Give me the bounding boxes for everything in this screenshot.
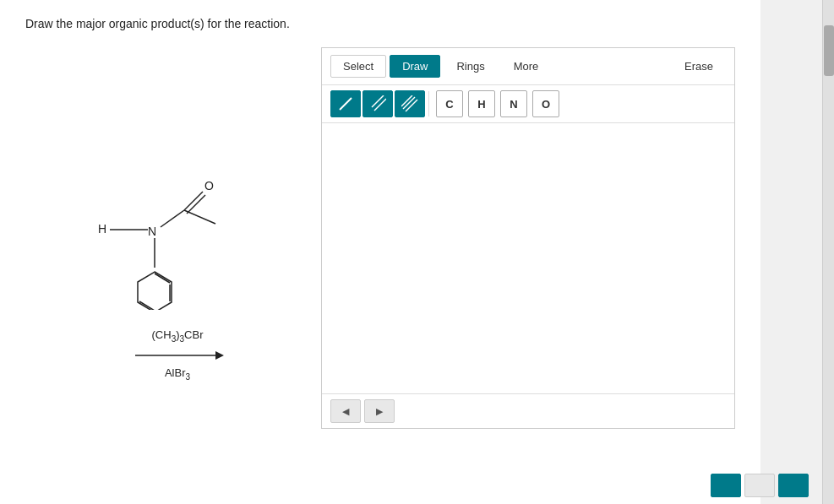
zoom-in-button[interactable] — [711, 474, 741, 497]
scrollbar-thumb[interactable] — [824, 25, 834, 76]
canvas-area[interactable] — [322, 123, 734, 393]
svg-line-10 — [155, 274, 170, 283]
oxygen-button[interactable]: O — [532, 90, 559, 117]
molecule-svg: H N O — [84, 99, 270, 310]
double-bond-button[interactable] — [362, 90, 393, 117]
single-bond-button[interactable] — [330, 90, 361, 117]
svg-line-19 — [406, 100, 417, 111]
drawing-area-wrapper: H N O — [34, 47, 735, 429]
molecule-section: H N O — [34, 47, 321, 385]
double-bond-icon — [369, 95, 386, 112]
undo-button[interactable]: ◀ — [330, 399, 361, 423]
toolbar-bottom: C H N O — [322, 85, 734, 123]
triple-bond-button[interactable] — [395, 90, 425, 117]
svg-marker-14 — [215, 351, 224, 360]
svg-text:N: N — [148, 225, 156, 238]
rings-button[interactable]: Rings — [444, 55, 497, 78]
svg-line-3 — [161, 210, 184, 227]
toolbar-top: Select Draw Rings More Erase — [322, 48, 734, 85]
carbon-button[interactable]: C — [436, 90, 463, 117]
reagent2-label: AlBr3 — [165, 365, 190, 384]
triple-bond-icon — [401, 95, 418, 112]
select-button[interactable]: Select — [330, 55, 386, 78]
svg-text:H: H — [98, 222, 106, 236]
draw-button[interactable]: Draw — [390, 55, 440, 78]
svg-line-12 — [139, 301, 155, 310]
redo-button[interactable]: ▶ — [364, 399, 395, 423]
svg-line-16 — [372, 95, 384, 107]
scrollbar[interactable] — [822, 0, 834, 504]
toolbar-separator — [428, 91, 429, 117]
main-content: Draw the major organic product(s) for th… — [0, 0, 760, 504]
svg-line-15 — [340, 98, 352, 110]
more-button[interactable]: More — [501, 55, 552, 78]
bottom-right-controls — [711, 474, 809, 497]
action-button[interactable] — [778, 474, 809, 497]
zoom-out-button[interactable] — [744, 474, 775, 497]
reaction-arrow-section: (CH3)3CBr AlBr3 — [131, 310, 224, 383]
single-bond-icon — [337, 95, 354, 112]
erase-button[interactable]: Erase — [672, 55, 726, 78]
question-text: Draw the major organic product(s) for th… — [25, 17, 735, 30]
svg-text:O: O — [204, 179, 214, 192]
svg-line-17 — [374, 99, 386, 111]
reagent1-label: (CH3)3CBr — [152, 327, 204, 346]
svg-line-7 — [184, 210, 215, 224]
reaction-arrow-svg — [131, 346, 224, 365]
nitrogen-button[interactable]: N — [500, 90, 527, 117]
hydrogen-button[interactable]: H — [468, 90, 495, 117]
draw-tool-panel: Select Draw Rings More Erase — [321, 47, 735, 429]
bottom-toolbar: ◀ ▶ — [322, 393, 734, 428]
